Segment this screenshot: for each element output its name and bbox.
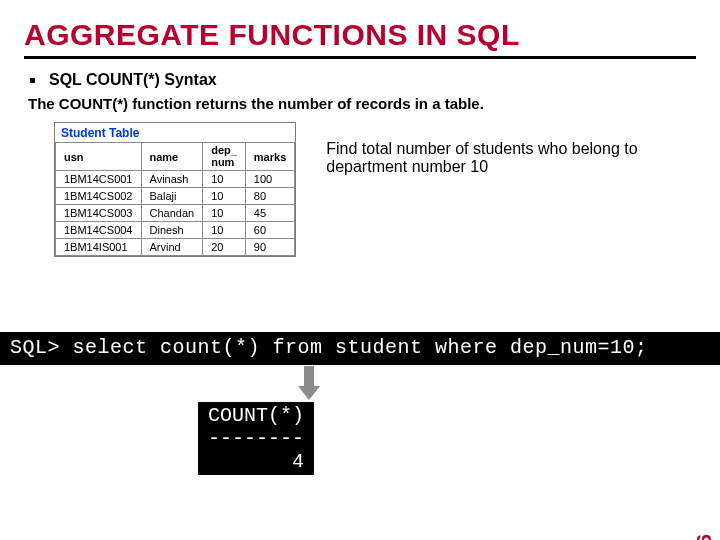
page-number: 56	[693, 534, 716, 540]
table-header-row: usn name dep_ num marks	[56, 143, 295, 171]
arrow-down-icon	[300, 366, 318, 402]
col-marks: marks	[245, 143, 294, 171]
bullet-icon	[30, 78, 35, 83]
table-caption: Student Table	[55, 123, 295, 142]
task-note: Find total number of students who belong…	[326, 140, 656, 176]
student-table: usn name dep_ num marks 1BM14CS001 Avina…	[55, 142, 295, 256]
table-and-note: Student Table usn name dep_ num marks	[54, 122, 696, 257]
sql-query: SQL> select count(*) from student where …	[0, 332, 720, 365]
table-row: 1BM14CS001 Avinash 10 100	[56, 171, 295, 188]
sql-result: COUNT(*) -------- 4	[198, 402, 314, 475]
col-dep: dep_ num	[203, 143, 246, 171]
slide-title: AGGREGATE FUNCTIONS IN SQL	[24, 18, 696, 59]
table-row: 1BM14CS002 Balaji 10 80	[56, 188, 295, 205]
student-table-wrap: Student Table usn name dep_ num marks	[54, 122, 296, 257]
result-value: 4	[208, 450, 304, 473]
result-sep: --------	[208, 427, 304, 450]
bullet-item: SQL COUNT(*) Syntax	[30, 71, 696, 89]
table-row: 1BM14IS001 Arvind 20 90	[56, 239, 295, 256]
slide: AGGREGATE FUNCTIONS IN SQL SQL COUNT(*) …	[0, 0, 720, 540]
description: The COUNT(*) function returns the number…	[28, 95, 696, 112]
subheader: SQL COUNT(*) Syntax	[49, 71, 217, 89]
result-header: COUNT(*)	[208, 404, 304, 427]
table-row: 1BM14CS003 Chandan 10 45	[56, 205, 295, 222]
col-name: name	[141, 143, 203, 171]
table-row: 1BM14CS004 Dinesh 10 60	[56, 222, 295, 239]
col-usn: usn	[56, 143, 142, 171]
